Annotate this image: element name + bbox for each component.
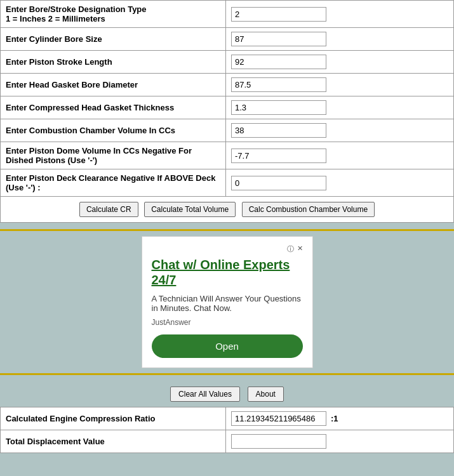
field-cell-cylinder-bore-size [226,28,454,51]
result-wrapper-total-displacement [231,434,448,449]
gold-line-bottom [0,373,454,375]
input-table: Enter Bore/Stroke Designation Type1 = In… [0,0,454,197]
result-cell-compression-ratio: :1 [226,407,454,430]
field-label-piston-deck-clearance: Enter Piston Deck Clearance Negative If … [1,169,226,197]
field-cell-piston-stroke-length [226,51,454,74]
ad-title: Chat w/ Online Experts 24/7 [152,257,303,288]
calc-combustion-chamber-button[interactable]: Calc Combustion Chamber Volume [242,202,375,217]
field-cell-combustion-chamber-volume [226,119,454,142]
result-label-compression-ratio: Calculated Engine Compression Ratio [1,407,226,430]
field-cell-head-gasket-bore-diameter [226,74,454,96]
results-table: Calculated Engine Compression Ratio:1Tot… [0,407,454,453]
ad-card: ⓘ ✕ Chat w/ Online Experts 24/7 A Techni… [142,236,313,368]
result-input-total-displacement [231,434,326,449]
field-label-piston-dome-volume: Enter Piston Dome Volume In CCs Negative… [1,142,226,169]
ad-info-icon[interactable]: ⓘ [287,244,294,254]
input-piston-deck-clearance[interactable] [231,176,326,190]
field-cell-piston-deck-clearance [226,169,454,197]
calculate-total-volume-button[interactable]: Calculate Total Volume [144,202,236,217]
input-head-gasket-bore-diameter[interactable] [231,77,326,92]
input-bore-stroke-designation[interactable] [231,7,326,22]
bottom-controls: Clear All Values About [0,381,454,407]
result-cell-total-displacement [226,430,454,453]
field-cell-piston-dome-volume [226,142,454,169]
ad-area: ⓘ ✕ Chat w/ Online Experts 24/7 A Techni… [0,223,454,381]
result-label-total-displacement: Total Displacement Value [1,430,226,453]
result-wrapper-compression-ratio: :1 [231,411,448,426]
input-combustion-chamber-volume[interactable] [231,123,326,138]
result-input-compression-ratio [231,411,326,426]
field-cell-compressed-head-gasket-thickness [226,96,454,119]
ad-body: A Technician Will Answer Your Questions … [152,294,303,313]
input-compressed-head-gasket-thickness[interactable] [231,100,326,115]
input-cylinder-bore-size[interactable] [231,32,326,46]
field-label-combustion-chamber-volume: Enter Combustion Chamber Volume In CCs [1,119,226,142]
gold-line-top [0,229,454,231]
ad-close-icon[interactable]: ✕ [297,244,303,254]
ad-header: ⓘ ✕ [152,244,303,254]
field-label-piston-stroke-length: Enter Piston Stroke Length [1,51,226,74]
field-cell-bore-stroke-designation [226,1,454,28]
result-suffix-compression-ratio: :1 [329,414,338,423]
ad-brand: JustAnswer [152,318,303,327]
input-piston-stroke-length[interactable] [231,55,326,69]
input-piston-dome-volume[interactable] [231,149,326,163]
main-container: Enter Bore/Stroke Designation Type1 = In… [0,0,454,453]
ad-open-button[interactable]: Open [152,334,303,358]
clear-all-values-button[interactable]: Clear All Values [170,387,240,402]
field-label-cylinder-bore-size: Enter Cylinder Bore Size [1,28,226,51]
field-label-head-gasket-bore-diameter: Enter Head Gasket Bore Diameter [1,74,226,96]
field-label-bore-stroke-designation: Enter Bore/Stroke Designation Type1 = In… [1,1,226,28]
calculate-cr-button[interactable]: Calculate CR [79,202,138,217]
buttons-row: Calculate CR Calculate Total Volume Calc… [0,197,454,223]
field-label-compressed-head-gasket-thickness: Enter Compressed Head Gasket Thickness [1,96,226,119]
about-button[interactable]: About [248,387,284,402]
